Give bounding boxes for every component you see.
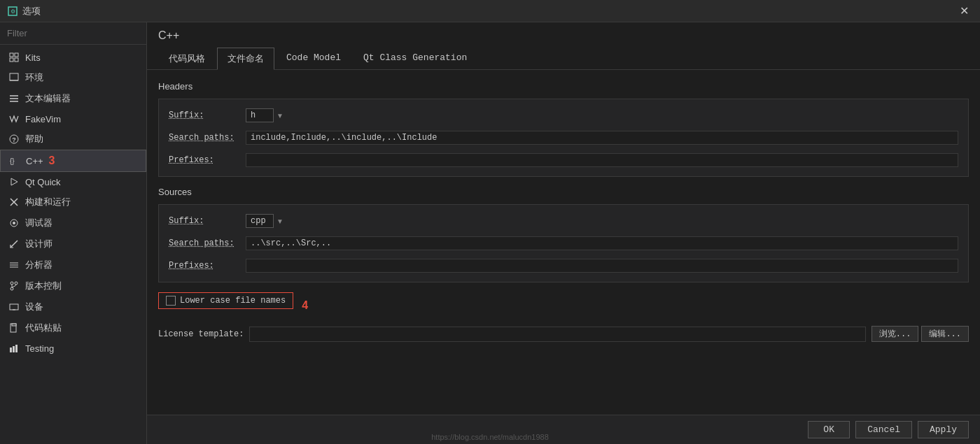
cpp-label: C++	[26, 156, 43, 166]
sidebar-item-testing[interactable]: Testing	[0, 338, 146, 358]
sidebar-item-help[interactable]: ? 帮助	[0, 129, 146, 150]
sidebar-item-fakevim[interactable]: FakeVim	[0, 109, 146, 129]
tab-qt-class-gen[interactable]: Qt Class Generation	[353, 48, 477, 69]
app-icon: ⚙	[7, 6, 18, 17]
debug-icon	[8, 217, 20, 229]
editor-label: 文本编辑器	[25, 92, 71, 105]
svg-text:{}: {}	[10, 157, 15, 165]
sidebar: Kits 环境 文本编辑器 FakeVim	[0, 22, 147, 444]
headers-search-row: Search paths:	[169, 129, 958, 147]
sources-suffix-label: Suffix:	[169, 216, 246, 226]
license-row: License template: 浏览... 编辑...	[158, 326, 969, 342]
badge-4: 4	[302, 299, 308, 312]
vcs-icon	[8, 280, 20, 292]
headers-suffix-label: Suffix:	[169, 110, 246, 120]
content-area: C++ 代码风格 文件命名 Code Model Qt Class Genera…	[147, 22, 980, 444]
lower-case-label: Lower case file names	[180, 296, 286, 306]
sources-suffix-select[interactable]: cpp ▼	[246, 214, 284, 228]
sidebar-item-qtquick[interactable]: Qt Quick	[0, 172, 146, 192]
sidebar-item-editor[interactable]: 文本编辑器	[0, 88, 146, 109]
lower-case-checkbox-btn[interactable]: Lower case file names	[158, 292, 293, 309]
svg-point-24	[15, 282, 18, 285]
headers-suffix-row: Suffix: h ▼	[169, 106, 958, 124]
page-title: C++	[158, 29, 969, 42]
tabs-bar: 代码风格 文件命名 Code Model Qt Class Generation	[147, 48, 980, 70]
svg-rect-29	[12, 324, 16, 326]
main-container: Kits 环境 文本编辑器 FakeVim	[0, 22, 980, 444]
headers-suffix-select[interactable]: h ▼	[246, 108, 284, 122]
svg-text:⚙: ⚙	[10, 8, 15, 15]
devices-label: 设备	[25, 301, 43, 313]
debug-label: 调试器	[25, 217, 52, 229]
sidebar-item-designer[interactable]: 设计师	[0, 234, 146, 255]
license-input[interactable]	[249, 327, 866, 342]
fakevim-label: FakeVim	[25, 114, 61, 124]
headers-search-input[interactable]	[246, 131, 958, 145]
sidebar-item-env[interactable]: 环境	[0, 67, 146, 88]
tab-file-naming[interactable]: 文件命名	[217, 48, 274, 70]
sidebar-item-devices[interactable]: 设备	[0, 296, 146, 317]
svg-marker-14	[11, 178, 18, 185]
sidebar-item-analyzer[interactable]: 分析器	[0, 255, 146, 275]
filter-box[interactable]	[0, 22, 146, 45]
svg-rect-30	[10, 348, 12, 352]
lower-case-row: Lower case file names 4	[158, 292, 969, 319]
footer-url: https://blog.csdn.net/malucdn1988	[0, 433, 980, 441]
editor-icon	[8, 93, 20, 104]
help-label: 帮助	[25, 133, 43, 145]
svg-text:?: ?	[12, 136, 16, 143]
svg-line-19	[10, 241, 18, 248]
sidebar-items: Kits 环境 文本编辑器 FakeVim	[0, 45, 146, 444]
env-icon	[8, 72, 20, 83]
vcs-label: 版本控制	[25, 280, 62, 292]
sidebar-item-build[interactable]: 构建和运行	[0, 192, 146, 213]
analyzer-icon	[8, 259, 20, 271]
sidebar-item-cpp[interactable]: {} C++ 3	[0, 150, 146, 172]
sources-suffix-dropdown-arrow[interactable]: ▼	[276, 217, 284, 225]
headers-suffix-value: h	[246, 108, 274, 122]
close-button[interactable]: ✕	[955, 4, 973, 17]
qtquick-icon	[8, 176, 20, 187]
kits-label: Kits	[25, 52, 41, 63]
build-label: 构建和运行	[25, 196, 71, 208]
headers-group: Suffix: h ▼ Search paths: Prefixes:	[158, 99, 969, 177]
sources-search-label: Search paths:	[169, 238, 246, 248]
codepaste-icon	[8, 322, 20, 334]
analyzer-label: 分析器	[25, 259, 52, 271]
sidebar-item-debug[interactable]: 调试器	[0, 213, 146, 234]
lower-case-checkbox	[166, 296, 176, 306]
kits-icon	[8, 52, 20, 63]
headers-prefixes-input[interactable]	[246, 153, 958, 167]
sources-group: Suffix: cpp ▼ Search paths: Prefixes:	[158, 204, 969, 282]
sidebar-item-vcs[interactable]: 版本控制	[0, 275, 146, 296]
svg-rect-32	[15, 345, 18, 352]
svg-rect-31	[13, 346, 15, 352]
content-body: Headers Suffix: h ▼ Search paths: Prefix…	[147, 70, 980, 415]
filter-input[interactable]	[7, 28, 139, 38]
edit-button[interactable]: 编辑...	[921, 326, 969, 342]
testing-label: Testing	[25, 343, 54, 354]
designer-label: 设计师	[25, 238, 52, 250]
svg-rect-26	[10, 304, 18, 310]
codepaste-label: 代码粘贴	[25, 322, 62, 334]
headers-suffix-dropdown-arrow[interactable]: ▼	[276, 112, 284, 120]
sources-prefixes-label: Prefixes:	[169, 261, 246, 271]
tab-code-style[interactable]: 代码风格	[158, 48, 216, 69]
svg-rect-6	[10, 73, 18, 80]
sidebar-item-kits[interactable]: Kits	[0, 48, 146, 67]
headers-prefixes-label: Prefixes:	[169, 155, 246, 165]
sources-suffix-value: cpp	[246, 214, 274, 228]
sidebar-item-codepaste[interactable]: 代码粘贴	[0, 317, 146, 338]
headers-prefixes-row: Prefixes:	[169, 151, 958, 169]
headers-search-label: Search paths:	[169, 133, 246, 143]
sources-prefixes-input[interactable]	[246, 259, 958, 273]
qtquick-label: Qt Quick	[25, 177, 61, 187]
sources-search-input[interactable]	[246, 236, 958, 250]
devices-icon	[8, 301, 20, 313]
title-bar: ⚙ 选项 ✕	[0, 0, 980, 22]
svg-rect-5	[15, 58, 18, 62]
browse-button[interactable]: 浏览...	[872, 326, 919, 342]
fakevim-icon	[8, 113, 20, 124]
sources-search-row: Search paths:	[169, 234, 958, 252]
tab-code-model[interactable]: Code Model	[276, 48, 351, 69]
